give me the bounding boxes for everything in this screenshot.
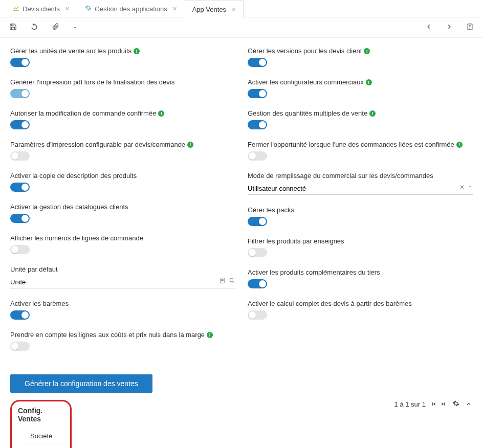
document-button[interactable]	[464, 22, 476, 33]
field-label: Activer les configurateurs commerciaux!	[248, 78, 473, 86]
field-label: Activer le calcul complet des devis à pa…	[248, 300, 473, 307]
toggle[interactable]	[10, 214, 30, 223]
config-title: Config. Ventes	[18, 407, 64, 423]
label-text: Activer les configurateurs commerciaux	[248, 78, 364, 86]
left-column: Gérer les unités de vente sur les produi…	[10, 47, 235, 362]
toggle[interactable]	[10, 120, 30, 129]
toggle[interactable]	[248, 58, 267, 67]
toggle[interactable]	[10, 151, 30, 161]
save-button[interactable]	[7, 22, 19, 33]
next-button[interactable]	[444, 22, 455, 33]
prev-button[interactable]	[423, 22, 434, 33]
settings-icon[interactable]	[451, 400, 460, 409]
toggle[interactable]	[10, 245, 30, 254]
info-icon[interactable]: !	[369, 110, 376, 117]
pager-first-button[interactable]	[430, 400, 438, 409]
toggle[interactable]	[248, 279, 267, 288]
info-icon[interactable]: !	[456, 142, 463, 148]
toggle[interactable]	[248, 310, 267, 320]
toggle[interactable]	[248, 248, 267, 257]
field: Activer la copie de description des prod…	[10, 172, 235, 192]
toolbar	[0, 17, 483, 38]
field-label: Gérer les versions pour les devis client…	[248, 47, 473, 55]
field: Gérer les packs	[248, 206, 473, 226]
toggle[interactable]	[248, 217, 267, 226]
tab-devis-clients[interactable]: Devis clients ✕	[5, 0, 77, 17]
pager-last-button[interactable]	[439, 400, 447, 409]
toggle[interactable]	[10, 310, 30, 320]
search-icon[interactable]	[229, 277, 235, 285]
clear-icon[interactable]: ✕	[459, 184, 465, 191]
label-text: Gérer les unités de vente sur les produi…	[10, 47, 131, 55]
label-text: Générer l'impression pdf lors de la fina…	[10, 78, 174, 86]
label-text: Prendre en compte les lignes aux coûts e…	[10, 331, 205, 339]
field: Autoriser la modification de commande co…	[10, 109, 235, 129]
field: Gérer les unités de vente sur les produi…	[10, 47, 235, 67]
info-icon[interactable]: !	[366, 79, 372, 85]
select-input[interactable]	[248, 183, 473, 194]
field: Unité par défaut	[10, 265, 235, 288]
toggle[interactable]	[10, 342, 30, 351]
field: Paramètres d'impression configurable par…	[10, 141, 235, 161]
close-icon[interactable]: ✕	[65, 6, 70, 12]
info-icon[interactable]: !	[364, 48, 370, 54]
field: Activer la gestion des catalogues client…	[10, 203, 235, 223]
tab-app-ventes[interactable]: App Ventes ✕	[185, 1, 244, 17]
label-text: Mode de remplissage du commercial sur le…	[248, 172, 433, 180]
tab-label: Devis clients	[23, 5, 60, 13]
toggle[interactable]	[10, 58, 30, 67]
field: Mode de remplissage du commercial sur le…	[248, 172, 473, 195]
pager-text: 1 à 1 sur 1	[394, 400, 426, 408]
attachment-button[interactable]	[50, 22, 61, 33]
dropdown-button[interactable]	[71, 22, 80, 33]
toggle[interactable]	[10, 89, 30, 98]
label-text: Activer la copie de description des prod…	[10, 172, 137, 180]
info-icon[interactable]: !	[134, 48, 140, 54]
field-label: Unité par défaut	[10, 265, 235, 273]
info-icon[interactable]: !	[207, 332, 213, 338]
field-label: Activer la copie de description des prod…	[10, 172, 235, 180]
info-icon[interactable]: !	[158, 110, 164, 117]
chart-icon	[13, 5, 19, 13]
label-text: Fermer l'opportunité lorsque l'une des c…	[248, 141, 454, 148]
gear-icon	[85, 5, 92, 13]
chevron-down-icon[interactable]	[468, 184, 473, 191]
config-row[interactable]: Axelor	[18, 443, 64, 448]
field: Filtrer les produits par enseignes	[248, 237, 473, 257]
field: Gérer les versions pour les devis client…	[248, 47, 473, 67]
field-label: Activer les barèmes	[10, 300, 235, 307]
field: Activer les produits complémentaires du …	[248, 268, 473, 288]
generate-config-button[interactable]: Générer la configuration des ventes	[10, 374, 152, 393]
label-text: Gestion des quantités multiples de vente	[248, 109, 367, 117]
text-input[interactable]	[10, 276, 235, 288]
info-icon[interactable]: !	[187, 142, 193, 148]
close-icon[interactable]: ✕	[231, 6, 236, 13]
close-icon[interactable]: ✕	[172, 6, 177, 12]
collapse-icon[interactable]	[465, 400, 473, 409]
field: Activer les configurateurs commerciaux!	[248, 78, 473, 98]
tab-label: Gestion des applications	[95, 5, 167, 13]
field: Afficher les numéros de lignes de comman…	[10, 234, 235, 254]
toggle[interactable]	[248, 89, 267, 98]
field-label: Activer la gestion des catalogues client…	[10, 203, 235, 211]
field-label: Générer l'impression pdf lors de la fina…	[10, 78, 235, 86]
toggle[interactable]	[248, 151, 267, 161]
label-text: Gérer les packs	[248, 206, 294, 214]
tab-gestion-applications[interactable]: Gestion des applications ✕	[77, 0, 185, 17]
field-label: Gérer les unités de vente sur les produi…	[10, 47, 235, 55]
pager: 1 à 1 sur 1	[394, 400, 473, 409]
toggle[interactable]	[248, 120, 267, 129]
field-label: Gérer les packs	[248, 206, 473, 214]
field: Prendre en compte les lignes aux coûts e…	[10, 331, 235, 351]
field-label: Prendre en compte les lignes aux coûts e…	[10, 331, 235, 339]
field: Fermer l'opportunité lorsque l'une des c…	[248, 141, 473, 161]
field: Gestion des quantités multiples de vente…	[248, 109, 473, 129]
undo-button[interactable]	[28, 21, 40, 33]
field-label: Filtrer les produits par enseignes	[248, 237, 473, 245]
toggle[interactable]	[10, 183, 30, 192]
document-icon[interactable]	[219, 277, 226, 285]
tab-bar: Devis clients ✕ Gestion des applications…	[0, 0, 483, 17]
field-label: Afficher les numéros de lignes de comman…	[10, 234, 235, 242]
right-column: Gérer les versions pour les devis client…	[248, 47, 473, 362]
label-text: Afficher les numéros de lignes de comman…	[10, 234, 143, 242]
